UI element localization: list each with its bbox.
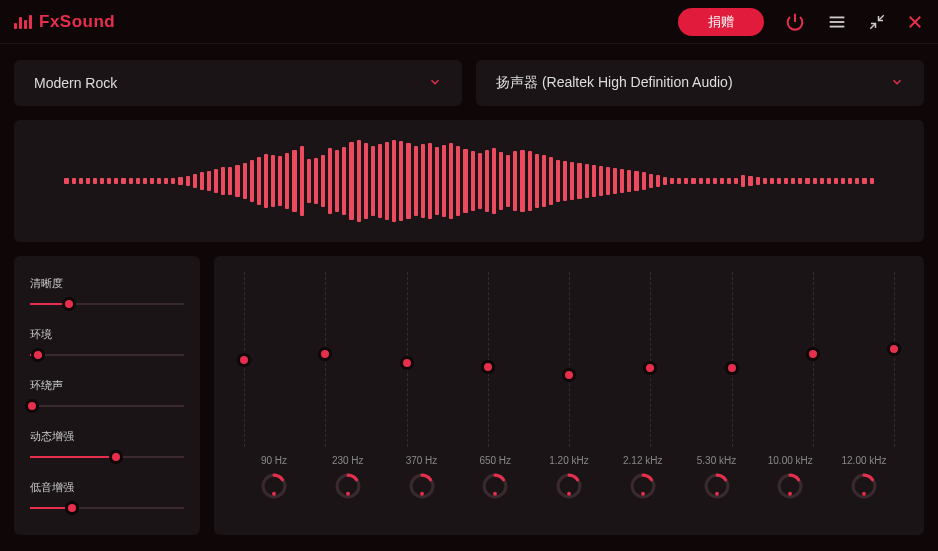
slider-label: 动态增强	[30, 429, 184, 444]
eq-point-4[interactable]	[562, 368, 576, 382]
slider-thumb[interactable]	[109, 450, 123, 464]
slider-track[interactable]	[30, 348, 184, 362]
slider-thumb[interactable]	[65, 501, 79, 515]
slider-label: 环绕声	[30, 378, 184, 393]
logo-bars-icon	[14, 15, 32, 29]
minimize-icon[interactable]	[868, 13, 886, 31]
eq-point-0[interactable]	[237, 353, 251, 367]
close-icon[interactable]	[906, 13, 924, 31]
slider-thumb[interactable]	[31, 348, 45, 362]
preset-value: Modern Rock	[34, 75, 117, 91]
slider-label: 清晰度	[30, 276, 184, 291]
spectrum-visualizer	[14, 120, 924, 242]
slider-label: 低音增强	[30, 480, 184, 495]
eq-point-7[interactable]	[806, 347, 820, 361]
slider-track[interactable]	[30, 450, 184, 464]
chevron-down-icon	[890, 75, 904, 92]
slider-track[interactable]	[30, 399, 184, 413]
slider-track[interactable]	[30, 297, 184, 311]
slider-1[interactable]: 环境	[30, 327, 184, 362]
eq-point-3[interactable]	[481, 360, 495, 374]
app-name: FxSound	[39, 12, 115, 32]
power-icon[interactable]	[784, 11, 806, 33]
chevron-down-icon	[428, 75, 442, 92]
donate-button[interactable]: 捐赠	[678, 8, 764, 36]
slider-thumb[interactable]	[25, 399, 39, 413]
titlebar: FxSound 捐赠	[0, 0, 938, 44]
titlebar-right: 捐赠	[678, 8, 924, 36]
eq-point-1[interactable]	[318, 347, 332, 361]
effect-sliders-panel: 清晰度环境环绕声动态增强低音增强	[14, 256, 200, 535]
equalizer-panel: 90 Hz230 Hz370 Hz650 Hz1.20 kHz2.12 kHz5…	[214, 256, 924, 535]
eq-point-5[interactable]	[643, 361, 657, 375]
eq-point-8[interactable]	[887, 342, 901, 356]
slider-thumb[interactable]	[62, 297, 76, 311]
slider-2[interactable]: 环绕声	[30, 378, 184, 413]
slider-3[interactable]: 动态增强	[30, 429, 184, 464]
app-logo: FxSound	[14, 12, 115, 32]
menu-icon[interactable]	[826, 11, 848, 33]
slider-0[interactable]: 清晰度	[30, 276, 184, 311]
output-dropdown[interactable]: 扬声器 (Realtek High Definition Audio)	[476, 60, 924, 106]
slider-label: 环境	[30, 327, 184, 342]
preset-dropdown[interactable]: Modern Rock	[14, 60, 462, 106]
eq-point-6[interactable]	[725, 361, 739, 375]
eq-point-2[interactable]	[400, 356, 414, 370]
slider-4[interactable]: 低音增强	[30, 480, 184, 515]
slider-track[interactable]	[30, 501, 184, 515]
output-value: 扬声器 (Realtek High Definition Audio)	[496, 74, 733, 92]
